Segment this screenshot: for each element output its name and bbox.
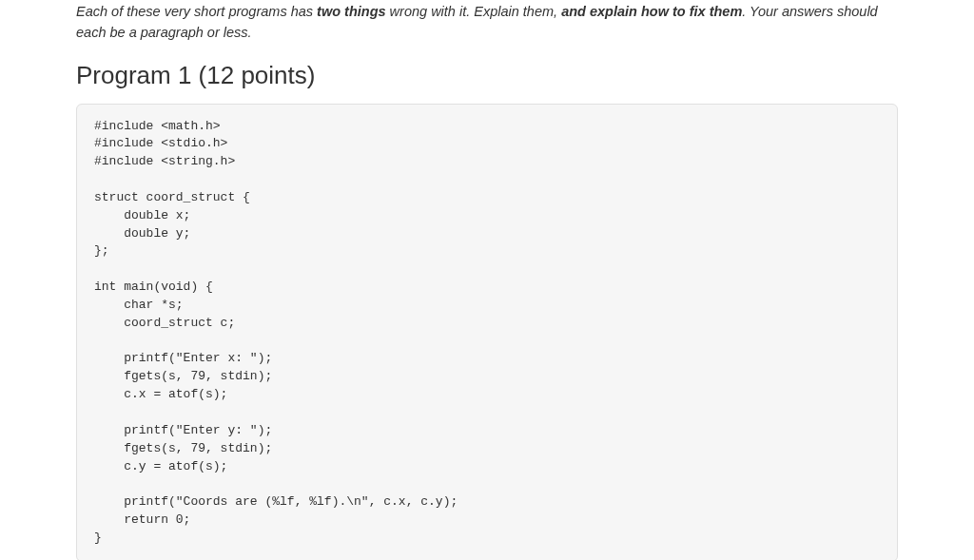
instructions-part1: Each of these very short programs has — [76, 4, 317, 19]
instructions-part2: wrong with it. Explain them, — [386, 4, 562, 19]
instructions-text: Each of these very short programs has tw… — [76, 2, 898, 44]
instructions-bold1: two things — [317, 4, 386, 19]
program-heading: Program 1 (12 points) — [76, 61, 898, 90]
instructions-bold2: and explain how to fix them — [561, 4, 742, 19]
code-block: #include <math.h> #include <stdio.h> #in… — [76, 104, 898, 561]
